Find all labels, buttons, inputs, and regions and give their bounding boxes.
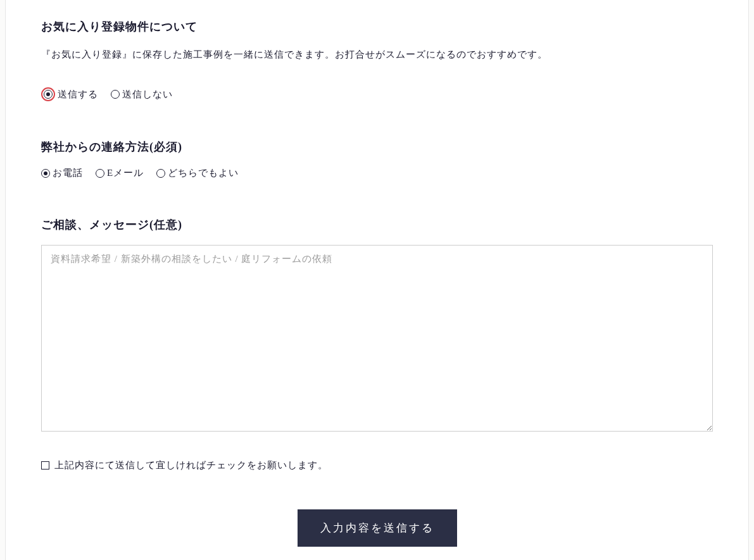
radio-icon bbox=[44, 90, 53, 99]
favorites-radio-send[interactable]: 送信する bbox=[41, 87, 98, 101]
message-section: ご相談、メッセージ(任意) bbox=[6, 217, 748, 434]
contact-radio-either-label: どちらでもよい bbox=[168, 167, 239, 179]
contact-radio-either[interactable]: どちらでもよい bbox=[156, 167, 239, 179]
radio-highlight-circle[interactable] bbox=[41, 87, 55, 101]
favorites-radio-send-label: 送信する bbox=[58, 89, 98, 101]
submit-row: 入力内容を送信する bbox=[6, 509, 748, 547]
contact-method-heading: 弊社からの連絡方法(必須) bbox=[41, 139, 713, 154]
form-container: お気に入り登録物件について 『お気に入り登録』に保存した施工事例を一緒に送信でき… bbox=[5, 0, 749, 560]
favorites-radio-dont-send[interactable]: 送信しない bbox=[111, 89, 173, 101]
radio-icon bbox=[156, 169, 165, 178]
submit-button[interactable]: 入力内容を送信する bbox=[298, 509, 457, 547]
radio-icon bbox=[41, 169, 50, 178]
confirm-checkbox-label: 上記内容にて送信して宜しければチェックをお願いします。 bbox=[54, 459, 328, 471]
message-heading: ご相談、メッセージ(任意) bbox=[41, 217, 713, 232]
checkbox-icon[interactable] bbox=[41, 461, 49, 470]
contact-radio-email-label: Eメール bbox=[107, 167, 144, 179]
contact-radio-phone[interactable]: お電話 bbox=[41, 167, 83, 179]
contact-method-radio-group: お電話 Eメール どちらでもよい bbox=[41, 167, 713, 179]
favorites-radio-group: 送信する 送信しない bbox=[41, 87, 713, 101]
radio-icon bbox=[111, 90, 120, 99]
contact-radio-email[interactable]: Eメール bbox=[96, 167, 144, 179]
confirm-checkbox-row[interactable]: 上記内容にて送信して宜しければチェックをお願いします。 bbox=[6, 459, 748, 471]
contact-radio-phone-label: お電話 bbox=[53, 167, 83, 179]
contact-method-section: 弊社からの連絡方法(必須) お電話 Eメール どちらでもよい bbox=[6, 139, 748, 179]
favorites-heading: お気に入り登録物件について bbox=[41, 19, 713, 34]
favorites-description: 『お気に入り登録』に保存した施工事例を一緒に送信できます。お打合せがスムーズにな… bbox=[41, 47, 713, 62]
favorites-radio-dont-send-label: 送信しない bbox=[122, 89, 173, 101]
radio-icon bbox=[96, 169, 104, 178]
favorites-section: お気に入り登録物件について 『お気に入り登録』に保存した施工事例を一緒に送信でき… bbox=[6, 19, 748, 101]
message-textarea[interactable] bbox=[41, 245, 713, 432]
